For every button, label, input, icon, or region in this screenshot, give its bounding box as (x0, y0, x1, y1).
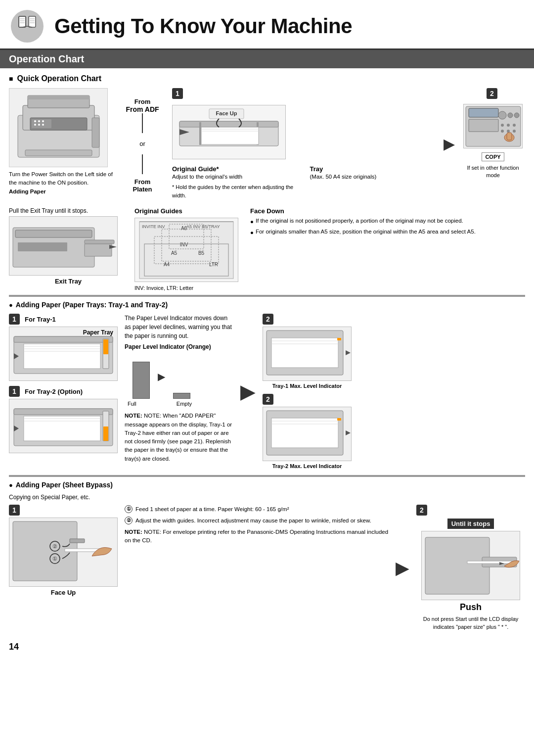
exit-tray-label: Exit Tray (9, 278, 128, 285)
svg-rect-25 (92, 118, 99, 147)
exit-tray-row: Pull the Exit Tray until it stops. Exit … (9, 207, 525, 291)
bullet-text-2: For originals smaller than A5 size, posi… (256, 228, 476, 236)
original-guide-section: Original Guide* Adjust to the original's… (172, 165, 438, 199)
step2-box: 2 (461, 88, 525, 199)
svg-rect-54 (15, 230, 92, 237)
svg-text:①: ① (52, 556, 57, 562)
svg-text:A4: A4 (164, 262, 170, 267)
page-number: 14 (0, 637, 534, 657)
from-adf-label: From From ADF (126, 98, 159, 113)
svg-point-43 (507, 124, 510, 127)
tray1-step-label: 1 For Tray-1 (9, 314, 118, 325)
push-step-badge: 2 (416, 505, 429, 516)
bullet-dot-2: ● (250, 229, 254, 236)
guide-note: * Hold the guides by the center when adj… (172, 183, 300, 199)
svg-text:Face Up: Face Up (216, 110, 237, 116)
original-guides-section: Original Guides A6 INV A5 B5 (134, 207, 243, 291)
empty-label: Empty (177, 401, 192, 407)
svg-point-21 (38, 124, 40, 126)
tray2-step-label: 1 For Tray-2 (Option) (9, 386, 118, 397)
svg-point-18 (38, 120, 40, 122)
tray2-s2-badge: 2 (263, 394, 273, 405)
push-label: Push (460, 602, 482, 613)
svg-point-19 (42, 120, 44, 122)
page-title: Getting To Know Your Machine (54, 14, 352, 38)
bypass-note: NOTE: NOTE: For envelope printing refer … (125, 528, 389, 545)
bypass-inst-1: ① Feed 1 sheet of paper at a time. Paper… (125, 505, 389, 514)
num-circle-2: ② (125, 517, 133, 524)
full-label: Full (128, 401, 136, 407)
page-header: Getting To Know Your Machine (0, 0, 534, 50)
until-stops-label: Until it stops (447, 519, 494, 529)
svg-rect-37 (469, 108, 498, 117)
original-guides-diagram: A6 INV A5 B5 A4 LTR INVITE INV A5 INV B5… (134, 218, 238, 282)
svg-point-22 (42, 124, 44, 126)
or-label: or (139, 140, 145, 147)
bypass-step1: 1 ② (9, 505, 118, 596)
svg-rect-106 (425, 537, 490, 594)
svg-text:LTR: LTR (209, 262, 218, 267)
svg-rect-28 (199, 122, 201, 145)
svg-text:INV: INV (180, 242, 188, 247)
svg-rect-108 (467, 561, 512, 564)
svg-marker-97 (346, 430, 351, 435)
for-tray2-label: For Tray-2 (Option) (25, 388, 83, 395)
step2-image (463, 104, 523, 148)
original-guide-col: Original Guide* Adjust to the original's… (172, 165, 300, 199)
tray-title: Tray (310, 165, 438, 173)
exit-svg (10, 218, 117, 275)
svg-marker-91 (346, 350, 351, 355)
machine-image (9, 88, 108, 167)
bypass-instructions: ① Feed 1 sheet of paper at a time. Paper… (125, 505, 389, 545)
original-guides-title: Original Guides (134, 207, 243, 215)
step2-badge: 2 (487, 88, 497, 99)
indicator-desc: The Paper Level Indicator moves down as … (125, 314, 233, 340)
tray2-s2-svg (264, 408, 351, 460)
svg-text:INVITE INV: INVITE INV (142, 224, 165, 229)
full-bar (133, 362, 150, 399)
full-empty-labels: Full Empty (128, 401, 192, 407)
svg-text:B5: B5 (198, 250, 205, 256)
svg-rect-52 (85, 244, 112, 256)
face-down-bullet-2: ● For originals smaller than A5 size, po… (250, 228, 525, 236)
svg-rect-55 (18, 242, 67, 251)
svg-rect-88 (271, 338, 338, 368)
tray1-step-badge: 1 (9, 314, 20, 325)
step1-badge: 1 (172, 88, 183, 99)
inv-ltr-note: INV: Invoice, LTR: Letter (134, 285, 243, 291)
svg-rect-98 (337, 418, 341, 421)
tray1-max-label: Tray-1 Max. Level Indicator (263, 383, 352, 389)
quick-op-grid: Turn the Power Switch on the Left side o… (9, 88, 525, 199)
face-down-bullet-1: ● If the original is not positioned prop… (250, 217, 525, 226)
exit-tray-section: Pull the Exit Tray until it stops. Exit … (9, 207, 128, 291)
tray-body: (Max. 50 A4 size originals) (310, 173, 438, 181)
gray-divider-2 (9, 475, 525, 477)
tray-left-col: 1 For Tray-1 Paper Tray (9, 314, 118, 469)
tray1-step2: 2 (263, 314, 352, 389)
adf-line (142, 113, 143, 133)
face-up-label: Face Up (9, 589, 118, 596)
bypass-inst-2: ② Adjust the width guides. Incorrect adj… (125, 516, 389, 525)
svg-rect-38 (469, 119, 498, 132)
step-arrow: ▶ (444, 135, 455, 152)
full-bar-col (133, 362, 150, 399)
op-chart-bar: Operation Chart (0, 50, 534, 68)
svg-text:A5 INV B5/TRAY: A5 INV B5/TRAY (186, 224, 220, 229)
svg-point-47 (513, 130, 516, 133)
tray2-step2: 2 Tray-2 Max. Level Indicator (263, 394, 352, 469)
svg-rect-80 (14, 409, 113, 415)
svg-point-40 (508, 113, 513, 118)
push-section: 2 Until it stops (416, 505, 525, 631)
paper-tray-label: Paper Tray (83, 329, 113, 336)
indicator-arrow: ▶ (158, 371, 165, 382)
push-caption: Do not press Start until the LCD display… (416, 615, 525, 631)
svg-rect-73 (103, 339, 108, 354)
tray-right-col: 2 (263, 314, 352, 469)
panel-svg (465, 105, 522, 147)
svg-rect-94 (271, 418, 338, 448)
tray2-step2-image (263, 407, 352, 461)
step1-tray-image: Face Up (172, 105, 286, 159)
svg-rect-100 (70, 539, 85, 543)
push-s2-badge: 2 (416, 505, 427, 516)
tray2-row: 1 For Tray-2 (Option) (9, 386, 118, 453)
